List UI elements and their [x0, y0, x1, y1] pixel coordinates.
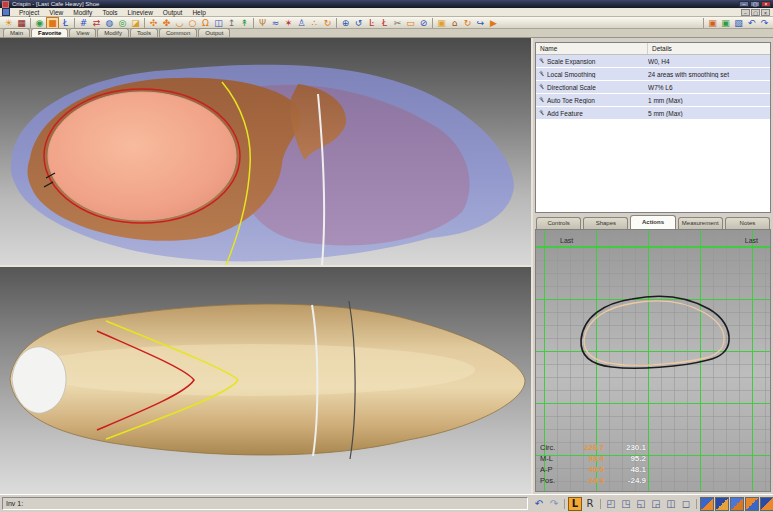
- ribbon-tab-view[interactable]: View: [69, 28, 96, 37]
- section-view[interactable]: Last Last Circ.226.7230.1M-L93.495.2A-P4…: [535, 229, 771, 492]
- history-row[interactable]: Local Smoothing24 areas with smoothing s…: [536, 68, 770, 80]
- view-iso-icon[interactable]: ◰: [604, 497, 618, 511]
- horizontal-splitter[interactable]: [0, 265, 531, 267]
- menu-item-view[interactable]: View: [44, 8, 68, 17]
- view-top-icon[interactable]: ◳: [619, 497, 633, 511]
- ribbon-tab-common[interactable]: Common: [159, 28, 197, 37]
- ring-icon[interactable]: ○: [186, 17, 199, 29]
- axis-icon[interactable]: ↟: [238, 17, 251, 29]
- compare-view-3-icon[interactable]: [730, 497, 744, 511]
- morph-icon[interactable]: ✤: [160, 17, 173, 29]
- last-red-alt-icon[interactable]: Ł: [378, 17, 391, 29]
- loop-icon[interactable]: Ω: [199, 17, 212, 29]
- last-side-render: [0, 38, 531, 265]
- pin-icon[interactable]: ↥: [225, 17, 238, 29]
- ribbon-tab-output[interactable]: Output: [198, 28, 230, 37]
- lasso-icon[interactable]: ◡: [173, 17, 186, 29]
- wire-grid-icon[interactable]: #: [77, 17, 90, 29]
- tab-controls[interactable]: Controls: [536, 217, 581, 229]
- redo-icon[interactable]: ↷: [547, 497, 561, 511]
- mirror-icon[interactable]: ⇄: [90, 17, 103, 29]
- globe-sync-icon[interactable]: ↺: [352, 17, 365, 29]
- close-button[interactable]: ×: [761, 1, 771, 7]
- right-last-button[interactable]: R: [583, 497, 597, 511]
- person-icon[interactable]: ♙: [295, 17, 308, 29]
- hands-icon[interactable]: Ψ: [256, 17, 269, 29]
- material-box-icon[interactable]: ■: [46, 17, 59, 29]
- refresh-icon[interactable]: ↻: [461, 17, 474, 29]
- save-alt-icon[interactable]: ▣: [719, 17, 732, 29]
- menu-item-tools[interactable]: Tools: [97, 8, 122, 17]
- globe-icon[interactable]: ◍: [103, 17, 116, 29]
- history-row[interactable]: Directional ScaleW7% L6: [536, 81, 770, 93]
- action-details: 24 areas with smoothing set: [648, 71, 770, 78]
- tools-icon[interactable]: ✂: [391, 17, 404, 29]
- menu-item-lineview[interactable]: Lineview: [123, 8, 158, 17]
- menu-item-help[interactable]: Help: [187, 8, 210, 17]
- history-row[interactable]: Add Feature5 mm (Max): [536, 107, 770, 119]
- pointer-icon[interactable]: ▶: [487, 17, 500, 29]
- globe-plus-icon[interactable]: ⊕: [339, 17, 352, 29]
- spheres-icon[interactable]: ◉: [33, 17, 46, 29]
- menu-item-project[interactable]: Project: [14, 8, 44, 17]
- view-bottom-icon[interactable]: ◻: [679, 497, 693, 511]
- left-last-button[interactable]: L: [568, 497, 582, 511]
- section-box-icon[interactable]: ◫: [212, 17, 225, 29]
- maximize-button[interactable]: ▢: [750, 1, 760, 7]
- menu-item-modify[interactable]: Modify: [68, 8, 97, 17]
- tab-measurement[interactable]: Measurement: [678, 217, 723, 229]
- undo-icon[interactable]: ↶: [532, 497, 546, 511]
- mdi-minimize-button[interactable]: –: [741, 9, 750, 16]
- ruler-icon[interactable]: ▭: [404, 17, 417, 29]
- action-name: Auto Toe Region: [547, 97, 648, 104]
- shade-grid-icon[interactable]: ▦: [15, 17, 28, 29]
- view-front-icon[interactable]: ◲: [649, 497, 663, 511]
- column-header-name[interactable]: Name: [536, 43, 648, 54]
- compare-view-4-icon[interactable]: [745, 497, 759, 511]
- no-entry-icon[interactable]: ⊘: [417, 17, 430, 29]
- viewport-3d-top[interactable]: [0, 267, 531, 494]
- save-icon[interactable]: ▣: [706, 17, 719, 29]
- compare-view-2-icon[interactable]: [715, 497, 729, 511]
- ribbon-tab-favorite[interactable]: Favorite: [31, 28, 68, 37]
- mdi-restore-button[interactable]: ▢: [751, 9, 760, 16]
- minimize-button[interactable]: –: [739, 1, 749, 7]
- tab-notes[interactable]: Notes: [725, 217, 770, 229]
- export-image-icon[interactable]: ▧: [732, 17, 745, 29]
- tab-actions[interactable]: Actions: [630, 215, 675, 229]
- compare-view-5-icon[interactable]: [760, 497, 773, 511]
- palette-page-icon[interactable]: ◪: [129, 17, 142, 29]
- sun-icon[interactable]: ☀: [2, 17, 15, 29]
- menu-item-output[interactable]: Output: [158, 8, 188, 17]
- section-label-right: Last: [745, 237, 758, 245]
- last-red-icon[interactable]: Ŀ: [365, 17, 378, 29]
- viewport-3d-side[interactable]: [0, 38, 531, 265]
- view-back-icon[interactable]: ◫: [664, 497, 678, 511]
- smooth-icon[interactable]: ≈: [269, 17, 282, 29]
- action-hammer-icon: [536, 70, 547, 78]
- history-row[interactable]: Auto Toe Region1 mm (Max): [536, 94, 770, 106]
- redo-icon[interactable]: ↷: [758, 17, 771, 29]
- undo-icon[interactable]: ↶: [745, 17, 758, 29]
- globe-arrow-icon[interactable]: ↪: [474, 17, 487, 29]
- nodes-icon[interactable]: ∴: [308, 17, 321, 29]
- home-icon[interactable]: ⌂: [448, 17, 461, 29]
- folder-open-icon[interactable]: ▣: [435, 17, 448, 29]
- column-header-details[interactable]: Details: [648, 43, 770, 54]
- target-icon[interactable]: ◎: [116, 17, 129, 29]
- view-side-icon[interactable]: ◱: [634, 497, 648, 511]
- last-foot-icon[interactable]: Ł: [59, 17, 72, 29]
- tab-shapes[interactable]: Shapes: [583, 217, 628, 229]
- history-row[interactable]: Scale ExpansionW0, H4: [536, 55, 770, 67]
- ribbon-tab-main[interactable]: Main: [3, 28, 30, 37]
- orbit-icon[interactable]: ↻: [321, 17, 334, 29]
- mdi-close-button[interactable]: ×: [761, 9, 770, 16]
- ribbon-tab-modify[interactable]: Modify: [97, 28, 129, 37]
- section-label-left: Last: [560, 237, 573, 245]
- toolbar-separator: [253, 18, 254, 28]
- star-wand-icon[interactable]: ✶: [282, 17, 295, 29]
- compare-view-1-icon[interactable]: [700, 497, 714, 511]
- gear-flower-icon[interactable]: ✣: [147, 17, 160, 29]
- toolbar-separator: [336, 18, 337, 28]
- ribbon-tab-tools[interactable]: Tools: [130, 28, 158, 37]
